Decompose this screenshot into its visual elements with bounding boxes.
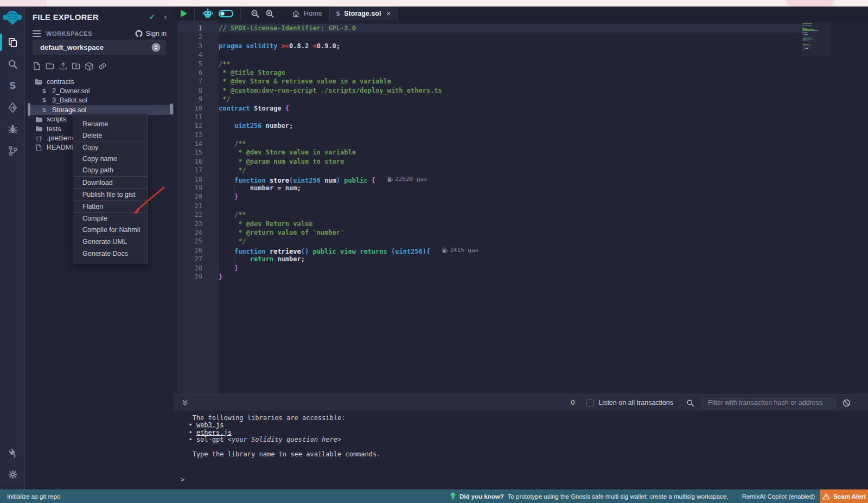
ai-robot-icon[interactable] xyxy=(202,8,214,19)
clear-console-icon[interactable] xyxy=(843,399,851,407)
tab-storage-sol[interactable]: S Storage.sol × xyxy=(329,7,397,21)
menu-item-generate-uml[interactable]: Generate UML xyxy=(73,236,147,248)
terminal-output[interactable]: The following libraries are accessible: … xyxy=(174,411,868,490)
zoom-in-icon[interactable] xyxy=(265,9,275,18)
warning-icon xyxy=(822,493,830,500)
rail-scrollbar-thumb[interactable] xyxy=(28,103,30,116)
code-editor[interactable]: 1// SPDX-License-Identifier: GPL-3.023pr… xyxy=(174,21,868,394)
terminal-search-icon[interactable] xyxy=(686,399,694,407)
code-line[interactable]: 29} xyxy=(174,273,868,281)
copilot-toggle[interactable] xyxy=(219,10,233,17)
icon-rail: S xyxy=(0,7,25,489)
new-folder-icon[interactable] xyxy=(46,62,54,70)
tree-item-storage-sol[interactable]: SStorage.sol xyxy=(30,105,174,114)
code-line[interactable]: 4 xyxy=(174,50,868,59)
upload-file-icon[interactable] xyxy=(59,62,67,70)
menu-item-flatten[interactable]: Flatten xyxy=(73,201,147,212)
code-line[interactable]: 26 function retrieve() public view retur… xyxy=(174,246,868,255)
terminal-line: The following libraries are accessible: xyxy=(181,415,868,422)
code-line[interactable]: 3pragma solidity >=0.8.2 <0.9.0; xyxy=(174,42,868,50)
code-line[interactable]: 27 return number; xyxy=(174,255,868,263)
upload-folder-icon[interactable] xyxy=(72,62,80,70)
code-line[interactable]: 22 /** xyxy=(174,210,868,219)
code-line[interactable]: 10contract Storage { xyxy=(174,104,868,113)
rail-git[interactable] xyxy=(0,140,25,162)
remix-logo[interactable] xyxy=(2,7,23,29)
menu-item-publish-file-to-gist[interactable]: Publish file to gist xyxy=(73,189,147,200)
workspace-select[interactable]: default_workspace xyxy=(33,40,166,55)
menu-item-copy-name[interactable]: Copy name xyxy=(73,153,147,165)
editor-tabbar: Home S Storage.sol × xyxy=(174,7,868,21)
terminal-prompt[interactable]: > xyxy=(181,476,868,483)
rail-search[interactable] xyxy=(0,53,25,75)
code-line[interactable]: 12 uint256 number; xyxy=(174,121,868,130)
code-line[interactable]: 1// SPDX-License-Identifier: GPL-3.0 xyxy=(174,24,868,33)
status-bar: Initialize as git repo Did you know? To … xyxy=(0,489,868,503)
code-line[interactable]: 7 * @dev Store & retrieve value in a var… xyxy=(174,77,868,86)
rail-settings[interactable] xyxy=(0,463,25,485)
menu-item-compile[interactable]: Compile xyxy=(73,213,147,224)
code-line[interactable]: 14 /** xyxy=(174,139,868,148)
listen-transactions-checkbox[interactable] xyxy=(586,399,593,407)
zoom-out-icon[interactable] xyxy=(251,9,260,18)
rail-file-explorer[interactable] xyxy=(0,31,25,53)
code-line[interactable]: 9 */ xyxy=(174,95,868,104)
rail-plugin-manager[interactable] xyxy=(0,442,25,463)
rail-debugger[interactable] xyxy=(0,118,25,140)
terminal-line: • web3.js xyxy=(181,422,868,429)
code-line[interactable]: 16 * @param num value to store xyxy=(174,157,868,166)
tab-home[interactable]: Home xyxy=(284,7,329,21)
code-line[interactable]: 23 * @dev Return value xyxy=(174,220,868,228)
code-line[interactable]: 18 function store(uint256 num) public {2… xyxy=(174,175,868,184)
tree-item-label: .prettierro xyxy=(47,134,76,142)
code-line[interactable]: 24 * @return value of 'number' xyxy=(174,228,868,237)
new-file-icon[interactable] xyxy=(33,62,41,70)
tree-item-contracts[interactable]: contracts xyxy=(25,77,174,86)
main-area: Home S Storage.sol × 1// SPDX-License-Id… xyxy=(174,7,868,489)
rail-deploy-run[interactable] xyxy=(0,96,25,118)
expand-terminal-icon[interactable] xyxy=(181,399,189,407)
panel-scrollbar-thumb[interactable] xyxy=(170,104,173,114)
transaction-filter-input[interactable] xyxy=(702,397,836,409)
folder-icon xyxy=(35,117,43,122)
menu-item-download[interactable]: Download xyxy=(73,177,147,188)
menu-item-copy-path[interactable]: Copy path xyxy=(73,165,147,176)
lightbulb-icon xyxy=(450,492,456,500)
menu-item-generate-docs[interactable]: Generate Docs xyxy=(73,248,147,259)
publish-ipfs-icon[interactable] xyxy=(85,62,93,70)
copilot-status[interactable]: RemixAI Copilot (enabled) xyxy=(742,493,815,500)
code-line[interactable]: 19 number = num; xyxy=(174,184,868,192)
code-line[interactable]: 21 xyxy=(174,202,868,210)
code-line[interactable]: 17 */ xyxy=(174,166,868,175)
chevron-right-icon[interactable]: › xyxy=(164,12,167,21)
code-line[interactable]: 2 xyxy=(174,33,868,41)
code-line[interactable]: 20 } xyxy=(174,192,868,201)
code-line[interactable]: 6 * @title Storage xyxy=(174,68,868,77)
close-tab-icon[interactable]: × xyxy=(386,9,391,18)
tree-item-label: 3_Ballot.sol xyxy=(52,96,87,104)
scam-alert-button[interactable]: Scam Alert xyxy=(820,489,868,503)
code-line[interactable]: 8 * @custom:dev-run-script ./scripts/dep… xyxy=(174,86,868,95)
sign-in-button[interactable]: Sign in xyxy=(135,29,167,38)
workspaces-menu-icon[interactable] xyxy=(33,30,41,37)
tree-item-2-owner-sol[interactable]: S2_Owner.sol xyxy=(25,86,174,95)
menu-item-delete[interactable]: Delete xyxy=(73,130,147,141)
menu-item-rename[interactable]: Rename xyxy=(73,118,147,130)
did-you-know-tip: Did you know? To prototype using the Gno… xyxy=(450,492,728,500)
tree-item-3-ballot-sol[interactable]: S3_Ballot.sol xyxy=(25,96,174,105)
tree-item-label: tests xyxy=(47,125,61,133)
code-line[interactable]: 25 */ xyxy=(174,237,868,246)
run-script-button[interactable] xyxy=(174,7,195,21)
file-icon xyxy=(35,144,43,151)
code-line[interactable]: 15 * @dev Store value in variable xyxy=(174,148,868,157)
code-line[interactable]: 11 xyxy=(174,113,868,121)
code-line[interactable]: 13 xyxy=(174,131,868,139)
code-line[interactable]: 5/** xyxy=(174,60,868,68)
rail-solidity-compiler[interactable]: S xyxy=(0,75,25,96)
minimap[interactable] xyxy=(801,21,831,394)
link-icon[interactable] xyxy=(98,62,106,70)
menu-item-compile-for-nahmii[interactable]: Compile for Nahmii xyxy=(73,224,147,236)
menu-item-copy[interactable]: Copy xyxy=(73,141,147,153)
git-init-button[interactable]: Initialize as git repo xyxy=(7,493,60,500)
code-line[interactable]: 28 } xyxy=(174,264,868,273)
